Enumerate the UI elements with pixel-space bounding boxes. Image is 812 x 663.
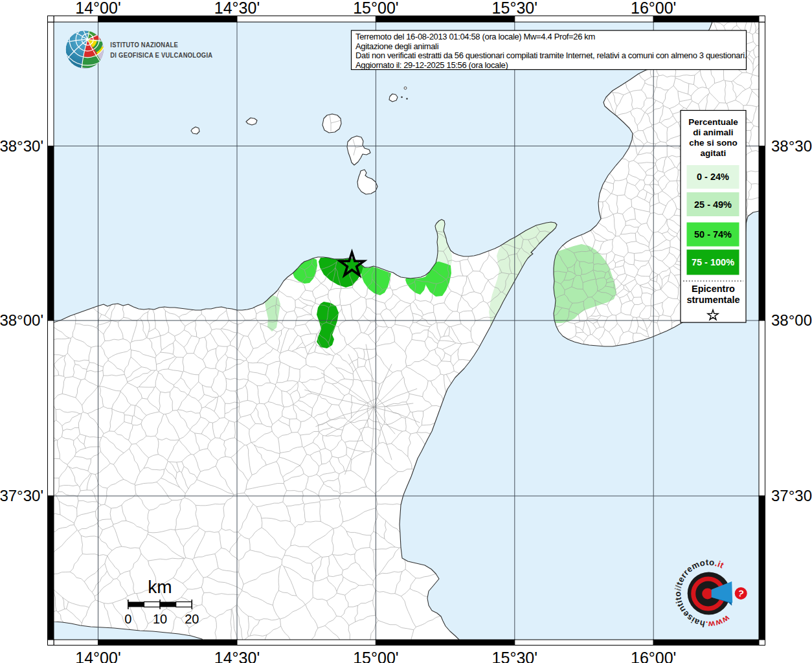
svg-text:20: 20 [185,612,199,626]
svg-text:38°00': 38°00' [0,311,43,329]
svg-text:15°00': 15°00' [353,649,398,663]
svg-text:15°30': 15°30' [492,649,537,663]
svg-text:agitati: agitati [701,148,727,158]
svg-text:ISTITUTO NAZIONALE: ISTITUTO NAZIONALE [110,40,178,49]
svg-text:50 - 74%: 50 - 74% [694,229,732,240]
svg-text:15°30': 15°30' [492,0,537,17]
svg-text:strumentale: strumentale [686,295,739,305]
svg-text:10: 10 [153,612,167,626]
svg-text:16°00': 16°00' [631,649,676,663]
svg-text:DI GEOFISICA E VULCANOLOGIA: DI GEOFISICA E VULCANOLOGIA [110,51,212,59]
svg-text:38°30': 38°30' [771,137,812,155]
svg-text:75 - 100%: 75 - 100% [692,257,734,267]
svg-text:0: 0 [124,612,131,626]
svg-text:Epicentro: Epicentro [692,284,735,294]
svg-text:15°00': 15°00' [353,0,398,17]
svg-text:14°00': 14°00' [75,0,120,17]
svg-text:km: km [148,577,172,597]
svg-text:che si sono: che si sono [689,138,737,148]
svg-text:0 - 24%: 0 - 24% [697,172,729,182]
svg-text:16°00': 16°00' [631,0,676,17]
svg-text:di animali: di animali [693,128,733,137]
svg-text:38°30': 38°30' [0,137,43,155]
svg-text:Percentuale: Percentuale [688,117,738,127]
svg-text:38°00': 38°00' [771,311,812,329]
svg-text:Terremoto del 16-08-2013 01:04: Terremoto del 16-08-2013 01:04:58 (ora l… [355,32,595,41]
svg-text:25 - 49%: 25 - 49% [694,199,732,210]
svg-text:14°30': 14°30' [214,649,260,663]
svg-text:Aggiornato il: 29-12-2025 15:5: Aggiornato il: 29-12-2025 15:56 (ora loc… [355,60,508,70]
svg-text:14°00': 14°00' [75,649,120,663]
svg-text:37°30': 37°30' [0,487,43,504]
svg-text:14°30': 14°30' [214,0,260,17]
svg-text:Dati non verificati estratti d: Dati non verificati estratti da 56 quest… [355,51,747,60]
svg-text:Agitazione degli animali: Agitazione degli animali [355,41,439,51]
svg-text:37°30': 37°30' [771,487,812,504]
